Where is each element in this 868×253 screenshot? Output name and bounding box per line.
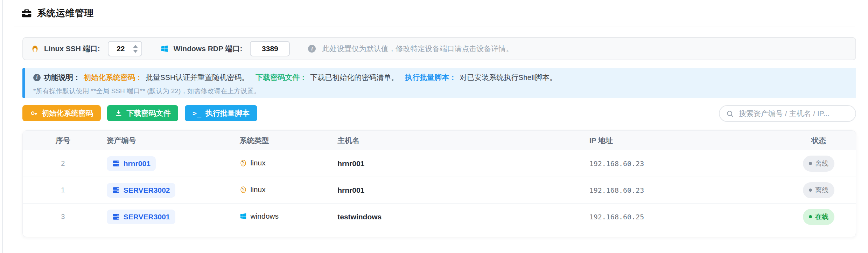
row-index: 3 (23, 213, 107, 221)
batch-script-label: 执行批量脚本： (405, 73, 456, 82)
table-header-row: 序号 资产编号 系统类型 主机名 IP 地址 状态 (23, 131, 856, 150)
init-password-button[interactable]: 初始化系统密码 (22, 105, 101, 121)
os-name: linux (250, 159, 265, 167)
table-bottom-padding (23, 230, 856, 237)
header-asset: 资产编号 (107, 136, 240, 145)
ssh-port-input[interactable] (108, 42, 133, 56)
header-divider (14, 27, 855, 27)
os-type: linux (239, 185, 265, 194)
init-password-button-label: 初始化系统密码 (42, 108, 93, 118)
ssh-port-label: Linux SSH 端口: (44, 44, 100, 54)
server-icon (112, 213, 120, 221)
download-file-label: 下载密码文件： (255, 73, 307, 82)
hostname: testwindows (337, 213, 589, 221)
banner-info-icon: i (33, 74, 41, 81)
table-row: 3 SERVER3001 windows testwindows 192. (23, 204, 856, 230)
page-header: 系统运维管理 (21, 7, 94, 19)
status-dot-icon (809, 162, 812, 165)
panel-left-border (2, 0, 3, 253)
status-badge: 离线 (803, 156, 834, 172)
hostname: hrnr001 (337, 159, 589, 168)
search-icon (726, 110, 734, 118)
status-label: 离线 (815, 159, 828, 168)
header-ip: IP 地址 (589, 136, 785, 145)
page-title: 系统运维管理 (37, 7, 94, 19)
os-type: windows (239, 212, 279, 220)
asset-link[interactable]: SERVER3001 (107, 210, 175, 224)
os-type: linux (239, 159, 265, 167)
banner-footnote: *所有操作默认使用 **全局 SSH 端口** (默认为 22)，如需修改请在上… (33, 87, 848, 96)
os-name: linux (250, 185, 265, 194)
info-icon: i (308, 45, 316, 53)
run-script-button[interactable]: >_ 执行批量脚本 (185, 105, 257, 121)
status-dot-icon (809, 215, 812, 218)
asset-name: SERVER3001 (124, 213, 170, 221)
init-password-label: 初始化系统密码： (84, 73, 142, 82)
ip-address: 192.168.60.23 (589, 186, 785, 194)
download-password-button[interactable]: 下载密码文件 (107, 105, 178, 121)
status-badge: 离线 (803, 182, 834, 198)
rdp-port-box (250, 41, 290, 56)
hostname: hrnr001 (337, 186, 589, 194)
rdp-port-input[interactable] (251, 42, 289, 56)
asset-name: SERVER3002 (124, 186, 170, 194)
key-icon (30, 109, 38, 117)
port-stepper-icon[interactable] (133, 45, 141, 53)
status-label: 在线 (815, 212, 828, 221)
table-row: 2 hrnr001 linux (23, 150, 856, 177)
ip-address: 192.168.60.23 (589, 159, 785, 168)
server-icon (112, 186, 120, 194)
download-password-button-label: 下载密码文件 (126, 108, 170, 118)
ip-address: 192.168.60.25 (589, 213, 785, 221)
linux-icon (31, 45, 39, 53)
ports-note: 此处设置仅为默认值，修改特定设备端口请点击设备详情。 (322, 44, 513, 54)
search-input[interactable] (738, 109, 849, 118)
status-dot-icon (809, 189, 812, 192)
table-row: 1 SERVER3002 linux (23, 177, 856, 204)
os-name: windows (250, 212, 279, 220)
server-icon (112, 159, 120, 167)
default-ports-bar: Linux SSH 端口: Windows RDP 端口: i 此处设置仅为默认… (22, 37, 856, 60)
run-script-button-label: 执行批量脚本 (205, 108, 250, 118)
terminal-icon: >_ (192, 109, 202, 117)
feature-banner: i 功能说明： 初始化系统密码： 批量SSH认证并重置随机密码。 下载密码文件：… (22, 68, 856, 98)
toolbar: 初始化系统密码 下载密码文件 >_ 执行批量脚本 (22, 105, 856, 122)
init-password-desc: 批量SSH认证并重置随机密码。 (146, 73, 249, 82)
asset-link[interactable]: hrnr001 (107, 156, 156, 171)
windows-icon (239, 212, 247, 220)
rdp-port-label: Windows RDP 端口: (174, 44, 243, 54)
assets-table: 序号 资产编号 系统类型 主机名 IP 地址 状态 2 hrnr001 (22, 130, 856, 237)
row-index: 1 (23, 186, 107, 194)
download-icon (115, 109, 122, 117)
status-badge: 在线 (803, 209, 834, 225)
banner-line1: i 功能说明： 初始化系统密码： 批量SSH认证并重置随机密码。 下载密码文件：… (33, 73, 848, 82)
windows-icon (160, 45, 169, 53)
ssh-port-box (108, 41, 142, 56)
linux-icon (239, 159, 247, 167)
row-index: 2 (23, 159, 107, 167)
asset-link[interactable]: SERVER3002 (107, 183, 175, 198)
header-status: 状态 (785, 136, 856, 145)
header-index: 序号 (23, 136, 107, 145)
batch-script-desc: 对已安装系统执行Shell脚本。 (460, 73, 557, 82)
download-file-desc: 下载已初始化的密码清单。 (310, 73, 398, 82)
header-hostname: 主机名 (337, 136, 589, 145)
header-os: 系统类型 (239, 136, 337, 145)
search-box (719, 105, 856, 122)
asset-name: hrnr001 (124, 159, 150, 168)
linux-icon (239, 186, 247, 193)
banner-intro-label: 功能说明： (44, 73, 80, 82)
status-label: 离线 (815, 186, 828, 195)
toolbox-icon (21, 8, 32, 19)
